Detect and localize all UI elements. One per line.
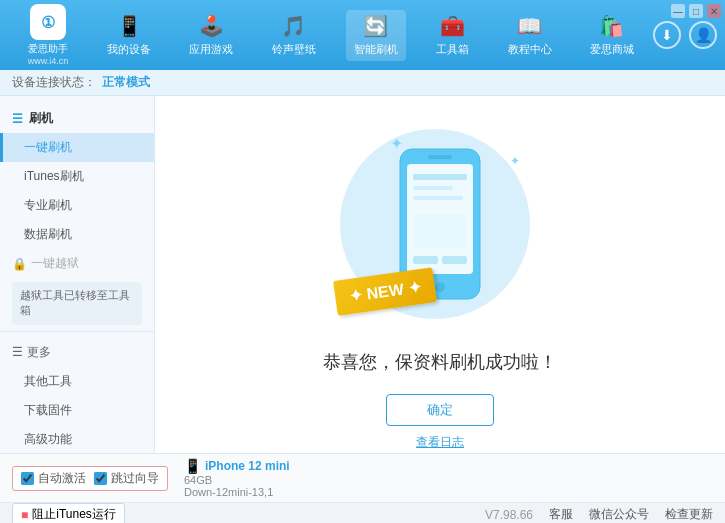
nav-tutorial[interactable]: 📖 教程中心 (500, 10, 560, 61)
skip-wizard-checkbox[interactable]: 跳过向导 (94, 470, 159, 487)
confirm-button[interactable]: 确定 (386, 394, 494, 426)
logo-name: 爱思助手 (28, 42, 68, 56)
nav-apps-games[interactable]: 🕹️ 应用游戏 (181, 10, 241, 61)
sidebar-divider (0, 331, 154, 332)
service-link[interactable]: 客服 (549, 506, 573, 523)
device-name: iPhone 12 mini (205, 459, 290, 473)
nav-my-device-label: 我的设备 (107, 42, 151, 57)
nav-my-device[interactable]: 📱 我的设备 (99, 10, 159, 61)
sidebar-item-download-fw[interactable]: 下载固件 (0, 396, 154, 425)
svg-rect-7 (413, 214, 467, 249)
sidebar: ☰ 刷机 一键刷机 iTunes刷机 专业刷机 数据刷机 🔒 一键越狱 越狱工具… (0, 96, 155, 479)
main-content: ✦ ✦ ✦ (155, 96, 725, 479)
lock-icon: 🔒 (12, 257, 27, 271)
wechat-link[interactable]: 微信公众号 (589, 506, 649, 523)
more-label: 更多 (27, 344, 51, 361)
nav-smart-flash[interactable]: 🔄 智能刷机 (346, 10, 406, 61)
svg-rect-9 (442, 256, 467, 264)
stop-icon: ■ (21, 508, 28, 522)
tutorial-icon: 📖 (517, 14, 542, 38)
device-storage: 64GB (184, 474, 290, 486)
phone-small-icon: 📱 (184, 458, 201, 474)
sidebar-item-itunes-flash[interactable]: iTunes刷机 (0, 162, 154, 191)
jailbreak-label: 一键越狱 (31, 255, 79, 272)
nav-apps-games-label: 应用游戏 (189, 42, 233, 57)
download-button[interactable]: ⬇ (653, 21, 681, 49)
success-message: 恭喜您，保资料刷机成功啦！ (323, 350, 557, 374)
status-bar: 设备连接状态： 正常模式 (0, 70, 725, 96)
auto-connect-checkbox[interactable]: 自动激活 (21, 470, 86, 487)
more-icon: ☰ (12, 345, 23, 359)
user-button[interactable]: 👤 (689, 21, 717, 49)
auto-connect-input[interactable] (21, 472, 34, 485)
skip-wizard-label: 跳过向导 (111, 470, 159, 487)
tools-icon: 🧰 (440, 14, 465, 38)
svg-rect-8 (413, 256, 438, 264)
sidebar-flash-section: ☰ 刷机 (0, 104, 154, 133)
window-controls: — □ ✕ (671, 4, 721, 18)
check-update-link[interactable]: 检查更新 (665, 506, 713, 523)
top-right-buttons: ⬇ 👤 (653, 21, 717, 49)
checkbox-group: 自动激活 跳过向导 (12, 466, 168, 491)
sidebar-item-advanced[interactable]: 高级功能 (0, 425, 154, 454)
nav-mall-label: 爱思商城 (590, 42, 634, 57)
nav-ringtones[interactable]: 🎵 铃声壁纸 (264, 10, 324, 61)
flash-icon: 🔄 (363, 14, 388, 38)
logo-icon: ① (30, 4, 66, 40)
blog-link[interactable]: 查看日志 (416, 434, 464, 451)
nav-mall[interactable]: 🛍️ 爱思商城 (582, 10, 642, 61)
svg-rect-5 (413, 186, 453, 190)
skip-wizard-input[interactable] (94, 472, 107, 485)
sidebar-flash-label: 刷机 (29, 110, 53, 127)
minimize-button[interactable]: — (671, 4, 685, 18)
svg-rect-3 (428, 155, 452, 159)
app-logo: ① 爱思助手 www.i4.cn (8, 4, 88, 66)
bottom-right-links: V7.98.66 客服 微信公众号 检查更新 (485, 506, 713, 523)
svg-rect-4 (413, 174, 467, 180)
stop-itunes-label: 阻止iTunes运行 (32, 506, 116, 523)
sparkle-2: ✦ (510, 154, 520, 168)
mall-icon: 🛍️ (599, 14, 624, 38)
device-info: 📱 iPhone 12 mini 64GB Down-12mini-13,1 (184, 458, 290, 498)
sidebar-item-data-flash[interactable]: 数据刷机 (0, 220, 154, 249)
nav-ringtones-label: 铃声壁纸 (272, 42, 316, 57)
close-button[interactable]: ✕ (707, 4, 721, 18)
logo-url: www.i4.cn (28, 56, 69, 66)
flash-section-icon: ☰ (12, 112, 23, 126)
sidebar-item-one-click-flash[interactable]: 一键刷机 (0, 133, 154, 162)
svg-rect-6 (413, 196, 463, 200)
sidebar-item-other-tools[interactable]: 其他工具 (0, 367, 154, 396)
phone-icon: 📱 (117, 14, 142, 38)
device-os: Down-12mini-13,1 (184, 486, 290, 498)
nav-tutorial-label: 教程中心 (508, 42, 552, 57)
checkbox-row: 自动激活 跳过向导 📱 iPhone 12 mini 64GB Down-12m… (0, 454, 725, 503)
stop-itunes-button[interactable]: ■ 阻止iTunes运行 (12, 503, 125, 523)
maximize-button[interactable]: □ (689, 4, 703, 18)
jailbreak-note: 越狱工具已转移至工具箱 (12, 282, 142, 325)
illustration: ✦ ✦ ✦ (330, 124, 550, 334)
nav-tools-label: 工具箱 (436, 42, 469, 57)
nav-tools[interactable]: 🧰 工具箱 (428, 10, 477, 61)
nav-items: 📱 我的设备 🕹️ 应用游戏 🎵 铃声壁纸 🔄 智能刷机 🧰 工具箱 📖 (88, 10, 653, 61)
sidebar-more-section: ☰ 更多 (0, 338, 154, 367)
status-value: 正常模式 (102, 74, 150, 91)
game-icon: 🕹️ (199, 14, 224, 38)
version-text: V7.98.66 (485, 508, 533, 522)
bottom-area: 自动激活 跳过向导 📱 iPhone 12 mini 64GB Down-12m… (0, 453, 725, 523)
nav-smart-flash-label: 智能刷机 (354, 42, 398, 57)
top-nav-bar: — □ ✕ ① 爱思助手 www.i4.cn 📱 我的设备 🕹️ 应用游戏 🎵 (0, 0, 725, 70)
svg-point-2 (435, 282, 445, 292)
auto-connect-label: 自动激活 (38, 470, 86, 487)
sidebar-item-pro-flash[interactable]: 专业刷机 (0, 191, 154, 220)
music-icon: 🎵 (281, 14, 306, 38)
sidebar-jailbreak-locked: 🔒 一键越狱 (0, 249, 154, 278)
status-bottom-row: ■ 阻止iTunes运行 V7.98.66 客服 微信公众号 检查更新 (0, 503, 725, 523)
status-label: 设备连接状态： (12, 74, 96, 91)
